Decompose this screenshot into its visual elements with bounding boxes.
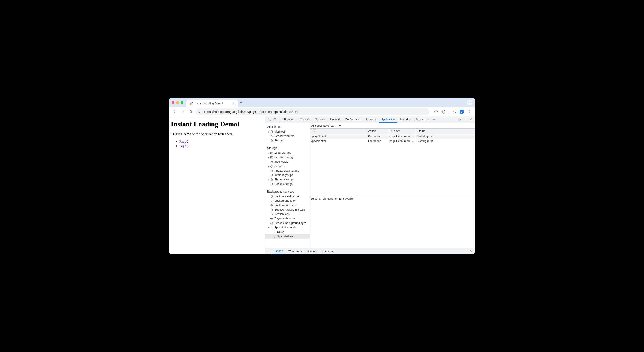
- page-heading: Instant Loading Demo!: [171, 120, 263, 128]
- window-close-button[interactable]: [172, 101, 174, 104]
- sidebar-item-bfcache[interactable]: Back/forward cache: [265, 194, 310, 199]
- labs-icon[interactable]: [451, 108, 458, 115]
- sidebar-item-private-state-tokens[interactable]: Private state tokens: [265, 168, 310, 173]
- devtools-settings-icon[interactable]: [456, 118, 462, 121]
- address-bar[interactable]: open-chalk-asparagus.glitch.me/page1-doc…: [196, 108, 430, 115]
- svg-point-27: [269, 250, 269, 251]
- sidebar-item-cookies[interactable]: ▸Cookies: [265, 164, 310, 168]
- drawer-menu-icon[interactable]: [266, 250, 271, 253]
- inspect-element-icon[interactable]: [266, 116, 272, 123]
- profile-avatar[interactable]: B: [458, 108, 465, 115]
- sidebar-item-shared-storage[interactable]: ▸Shared storage: [265, 177, 310, 182]
- devtools-tab-memory[interactable]: Memory: [364, 116, 379, 123]
- sidebar-item-periodic-sync[interactable]: Periodic background sync: [265, 221, 310, 225]
- sidebar-item-bounce-tracking[interactable]: Bounce tracking mitigation: [265, 207, 310, 212]
- page-link[interactable]: Page 2: [179, 139, 189, 143]
- tab-close-icon[interactable]: ✕: [233, 102, 235, 105]
- svg-point-11: [272, 136, 272, 137]
- chrome-menu-icon[interactable]: [466, 108, 473, 115]
- tabs-overflow-icon[interactable]: [431, 116, 437, 123]
- th-ruleset[interactable]: Rule set: [388, 129, 416, 134]
- device-toggle-icon[interactable]: [272, 116, 278, 123]
- sidebar-item-storage[interactable]: Storage: [265, 138, 310, 143]
- database-icon: [270, 139, 273, 142]
- bookmark-star-icon[interactable]: [433, 108, 440, 115]
- svg-point-7: [465, 118, 465, 119]
- browser-tab[interactable]: 🚀 Instant Loading Demo! ✕: [186, 100, 238, 107]
- svg-point-8: [465, 119, 465, 120]
- sidebar-item-interest-groups[interactable]: Interest groups: [265, 173, 310, 177]
- site-settings-icon[interactable]: [198, 110, 202, 113]
- devtools-tab-performance[interactable]: Performance: [343, 116, 364, 123]
- sidebar-item-cache-storage[interactable]: Cache storage: [265, 182, 310, 186]
- sidebar-heading-background: Background services: [265, 189, 310, 194]
- svg-point-15: [271, 161, 272, 161]
- devtools-tab-application[interactable]: Application: [379, 116, 397, 123]
- sidebar-item-session-storage[interactable]: ▸Session storage: [265, 155, 310, 159]
- new-tab-button[interactable]: +: [240, 100, 242, 105]
- svg-point-0: [469, 110, 470, 111]
- svg-rect-5: [276, 119, 277, 120]
- sidebar-item-background-fetch[interactable]: Background fetch: [265, 199, 310, 203]
- sidebar-item-speculations[interactable]: Speculations: [265, 234, 310, 239]
- window-zoom-button[interactable]: [181, 101, 183, 104]
- sync-icon: [272, 231, 276, 234]
- th-status[interactable]: Status: [416, 129, 475, 134]
- devtools-tab-lighthouse[interactable]: Lighthouse: [412, 116, 431, 123]
- svg-rect-25: [270, 218, 273, 220]
- th-action[interactable]: Action: [367, 129, 388, 134]
- drawer-tab-whatsnew[interactable]: What's new: [286, 248, 304, 254]
- drawer-close-icon[interactable]: ✕: [469, 249, 474, 253]
- devtools-tab-bar: Elements Console Sources Network Perform…: [265, 116, 475, 123]
- table-row[interactable]: /page3.html Prerender page1-document-… N…: [310, 134, 475, 138]
- file-icon: [270, 130, 273, 133]
- bell-icon: [270, 213, 273, 216]
- sidebar-item-indexeddb[interactable]: IndexedDB: [265, 159, 310, 164]
- tab-bar: 🚀 Instant Loading Demo! ✕ +: [169, 98, 475, 107]
- database-icon: [270, 174, 273, 177]
- window-minimize-button[interactable]: [176, 101, 179, 104]
- sidebar-item-manifest[interactable]: ▸Manifest: [265, 129, 310, 134]
- filter-bar: All speculative loa… ▾: [310, 123, 475, 129]
- drawer-tab-console[interactable]: Console: [271, 248, 286, 254]
- devtools-tab-network[interactable]: Network: [328, 116, 343, 123]
- devtools-tab-sources[interactable]: Sources: [312, 116, 328, 123]
- devtools-tab-security[interactable]: Security: [398, 116, 412, 123]
- devtools-menu-icon[interactable]: [462, 118, 468, 121]
- clock-icon: [270, 222, 273, 225]
- svg-rect-14: [270, 156, 273, 158]
- filter-dropdown[interactable]: All speculative loa… ▾: [311, 124, 341, 127]
- svg-point-29: [269, 252, 269, 252]
- th-url[interactable]: URL: [310, 129, 367, 134]
- sidebar-item-local-storage[interactable]: ▸Local storage: [265, 151, 310, 155]
- sidebar-item-speculative-loads[interactable]: ▾Speculative loads: [265, 225, 310, 230]
- table-row[interactable]: /page2.html Prerender page1-document-… N…: [310, 138, 475, 143]
- tab-favicon-icon: 🚀: [189, 102, 193, 105]
- svg-point-1: [469, 111, 470, 112]
- svg-rect-4: [274, 118, 276, 120]
- sidebar-item-background-sync[interactable]: Background sync: [265, 203, 310, 207]
- svg-point-24: [271, 209, 272, 209]
- sidebar-item-payment-handler[interactable]: Payment handler: [265, 216, 310, 221]
- devtools-close-icon[interactable]: [468, 118, 474, 121]
- drawer-tab-sensors[interactable]: Sensors: [304, 248, 319, 254]
- devtools-tab-console[interactable]: Console: [298, 116, 312, 123]
- drawer-tab-rendering[interactable]: Rendering: [319, 248, 337, 254]
- back-button[interactable]: [171, 108, 178, 115]
- sidebar-item-rules[interactable]: Rules: [265, 230, 310, 234]
- extensions-icon[interactable]: [440, 108, 447, 115]
- devtools-panel: Elements Console Sources Network Perform…: [265, 116, 475, 254]
- devtools-tab-elements[interactable]: Elements: [281, 116, 298, 123]
- tab-title: Instant Loading Demo!: [195, 102, 223, 105]
- sidebar-item-notifications[interactable]: Notifications: [265, 212, 310, 216]
- tab-overflow-button[interactable]: [467, 100, 472, 105]
- speculations-panel: All speculative loa… ▾ URL Action Rule s…: [310, 123, 475, 248]
- page-link[interactable]: Page 3: [179, 144, 189, 148]
- svg-point-6: [459, 119, 460, 120]
- reload-button[interactable]: [187, 108, 194, 115]
- sidebar-item-service-workers[interactable]: Service workers: [265, 134, 310, 138]
- sidebar-heading-application: Application: [265, 124, 310, 129]
- forward-button[interactable]: [179, 108, 186, 115]
- card-icon: [270, 217, 273, 220]
- page-viewport: Instant Loading Demo! This is a demo of …: [169, 116, 265, 254]
